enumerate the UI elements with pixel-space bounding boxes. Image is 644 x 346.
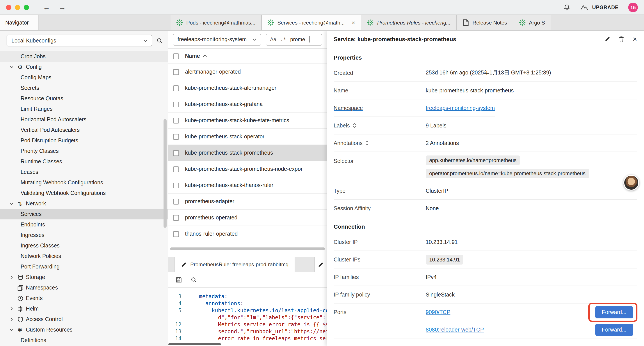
table-row-kube-prometheus-stack-prometheus[interactable]: kube-prometheus-stack-prometheus: [168, 145, 326, 161]
detail-label: Namespace: [334, 105, 426, 111]
back-button[interactable]: ←: [41, 4, 52, 11]
port-link[interactable]: 8080:reloader-web/TCP: [426, 327, 484, 333]
chevron-right-icon[interactable]: [10, 318, 18, 321]
sidebar-item-horizontal-pod-autoscalers[interactable]: Horizontal Pod Autoscalers: [0, 114, 168, 125]
sidebar-item-access-control[interactable]: Access Control: [0, 314, 168, 325]
editor-search-button[interactable]: [191, 277, 197, 283]
sidebar-item-custom-resources[interactable]: ✱Custom Resources: [0, 325, 168, 335]
unfold-more-icon[interactable]: [352, 123, 356, 128]
sidebar-item-events[interactable]: Events: [0, 293, 168, 304]
table-row-alertmanager-operated[interactable]: alertmanager-operated: [168, 64, 326, 80]
minimize-window-button[interactable]: [15, 4, 20, 10]
sidebar-item-runtime-classes[interactable]: Runtime Classes: [0, 156, 168, 167]
table-row-kube-prometheus-stack-grafana[interactable]: kube-prometheus-stack-grafana: [168, 96, 326, 113]
service-name: kube-prometheus-stack-alertmanager: [185, 85, 276, 91]
chevron-down-icon[interactable]: [10, 66, 18, 68]
table-row-prometheus-operated[interactable]: prometheus-operated: [168, 210, 326, 226]
namespace-link[interactable]: freeleaps-monitoring-system: [426, 105, 495, 111]
row-checkbox[interactable]: [173, 69, 179, 75]
chevron-right-icon[interactable]: [10, 276, 18, 279]
notification-count-badge[interactable]: 15: [628, 2, 638, 12]
row-checkbox[interactable]: [173, 85, 179, 91]
sidebar-item-port-forwarding[interactable]: Port Forwarding: [0, 262, 168, 272]
sidebar-item-ingresses[interactable]: Ingresses: [0, 230, 168, 240]
forward-button[interactable]: →: [57, 4, 68, 11]
sidebar-item-config[interactable]: ⚙Config: [0, 62, 168, 72]
navigator-search-button[interactable]: [156, 37, 163, 43]
port-link[interactable]: 9090/TCP: [426, 309, 450, 315]
tab-prometheus-rules-icecheng[interactable]: Prometheus Rules - icecheng...: [362, 15, 457, 30]
dock-tab-partial[interactable]: [314, 257, 326, 272]
table-row-kube-prometheus-stack-thanos-ruler[interactable]: kube-prometheus-stack-thanos-ruler: [168, 177, 326, 194]
match-case-toggle[interactable]: Aa: [270, 37, 276, 42]
select-all-checkbox[interactable]: [173, 53, 179, 59]
sidebar-item-limit-ranges[interactable]: Limit Ranges: [0, 104, 168, 114]
edit-button[interactable]: [604, 36, 610, 42]
sidebar-item-services[interactable]: Services: [0, 209, 168, 219]
forward-button[interactable]: Forward...: [595, 306, 633, 319]
regex-toggle[interactable]: .*: [280, 36, 286, 42]
table-row-prometheus-adapter[interactable]: prometheus-adapter: [168, 194, 326, 210]
unfold-more-icon[interactable]: [365, 140, 369, 146]
user-avatar[interactable]: [624, 175, 639, 191]
table-search-input[interactable]: Aa .* prome: [266, 33, 322, 45]
table-row-kube-prometheus-stack-kube-state-metrics[interactable]: kube-prometheus-stack-kube-state-metrics: [168, 113, 326, 129]
table-row-kube-prometheus-stack-alertmanager[interactable]: kube-prometheus-stack-alertmanager: [168, 80, 326, 96]
kubeconfig-source-dropdown[interactable]: Local Kubeconfigs: [6, 34, 152, 46]
sidebar-item-mutating-webhook-configurations[interactable]: Mutating Webhook Configurations: [0, 177, 168, 188]
sidebar-item-cron-jobs[interactable]: Cron Jobs: [0, 51, 168, 62]
notifications-bell-icon[interactable]: [563, 4, 570, 11]
delete-button[interactable]: [618, 36, 624, 42]
row-checkbox[interactable]: [173, 231, 179, 237]
chevron-right-icon[interactable]: [10, 308, 18, 310]
sidebar-item-namespaces[interactable]: Namespaces: [0, 283, 168, 293]
close-tab-icon[interactable]: ×: [352, 19, 355, 26]
row-checkbox[interactable]: [173, 199, 179, 204]
close-drawer-button[interactable]: ×: [632, 35, 637, 43]
dock-tab-prometheusrule[interactable]: PrometheusRule: freeleaps-prod-rabbitmq: [174, 257, 295, 272]
sidebar-item-leases[interactable]: Leases: [0, 167, 168, 177]
forward-button[interactable]: Forward...: [595, 324, 633, 336]
chevron-down-icon[interactable]: [10, 329, 18, 331]
save-button[interactable]: [176, 277, 182, 283]
sidebar-item-network-policies[interactable]: Network Policies: [0, 251, 168, 262]
row-checkbox[interactable]: [173, 101, 179, 107]
sidebar-item-pod-disruption-budgets[interactable]: Pod Disruption Budgets: [0, 135, 168, 146]
navigator-scrollbar[interactable]: [164, 119, 166, 228]
sidebar-item-ingress-classes[interactable]: Ingress Classes: [0, 240, 168, 251]
maximize-window-button[interactable]: [24, 4, 29, 10]
row-checkbox[interactable]: [173, 166, 179, 172]
name-column-header[interactable]: Name: [185, 53, 207, 59]
sidebar-item-secrets[interactable]: Secrets: [0, 83, 168, 93]
row-checkbox[interactable]: [173, 118, 179, 123]
namespace-filter-dropdown[interactable]: freeleaps-monitoring-system: [173, 33, 261, 45]
sidebar-item-definitions[interactable]: Definitions: [0, 335, 168, 346]
sidebar-item-endpoints[interactable]: Endpoints: [0, 219, 168, 230]
close-window-button[interactable]: [6, 4, 12, 10]
tab-argo-s[interactable]: Argo S: [513, 15, 551, 30]
table-row-kube-prometheus-stack-operator[interactable]: kube-prometheus-stack-operator: [168, 129, 326, 145]
row-checkbox[interactable]: [173, 150, 179, 156]
row-checkbox[interactable]: [173, 182, 179, 188]
chevron-down-icon[interactable]: [10, 202, 18, 205]
table-row-kube-prometheus-stack-prometheus-node-expor[interactable]: kube-prometheus-stack-prometheus-node-ex…: [168, 161, 326, 177]
sidebar-item-vertical-pod-autoscalers[interactable]: Vertical Pod Autoscalers: [0, 125, 168, 135]
upgrade-button[interactable]: UPGRADE: [580, 4, 618, 10]
table-horizontal-scrollbar[interactable]: [168, 246, 326, 251]
tab-pods-icecheng-mathmas[interactable]: Pods - icecheng@mathmas...: [170, 15, 262, 30]
sidebar-item-storage[interactable]: Storage: [0, 272, 168, 283]
sidebar-item-priority-classes[interactable]: Priority Classes: [0, 146, 168, 156]
tab-services-icecheng-math[interactable]: Services - icecheng@math...×: [262, 15, 362, 30]
service-name: thanos-ruler-operated: [185, 231, 238, 237]
tab-release-notes[interactable]: Release Notes: [457, 15, 513, 30]
sidebar-item-config-maps[interactable]: Config Maps: [0, 72, 168, 83]
sidebar-item-network[interactable]: ⇅Network: [0, 198, 168, 209]
sidebar-item-validating-webhook-configurations[interactable]: Validating Webhook Configurations: [0, 188, 168, 198]
editor-horizontal-scrollbar[interactable]: [168, 343, 221, 345]
sidebar-item-helm[interactable]: Helm: [0, 304, 168, 314]
sidebar-item-resource-quotas[interactable]: Resource Quotas: [0, 93, 168, 104]
row-checkbox[interactable]: [173, 134, 179, 139]
row-checkbox[interactable]: [173, 215, 179, 221]
yaml-editor[interactable]: 3metadata:4 annotations:5 kubectl.kubern…: [168, 288, 326, 346]
table-row-thanos-ruler-operated[interactable]: thanos-ruler-operated: [168, 226, 326, 242]
